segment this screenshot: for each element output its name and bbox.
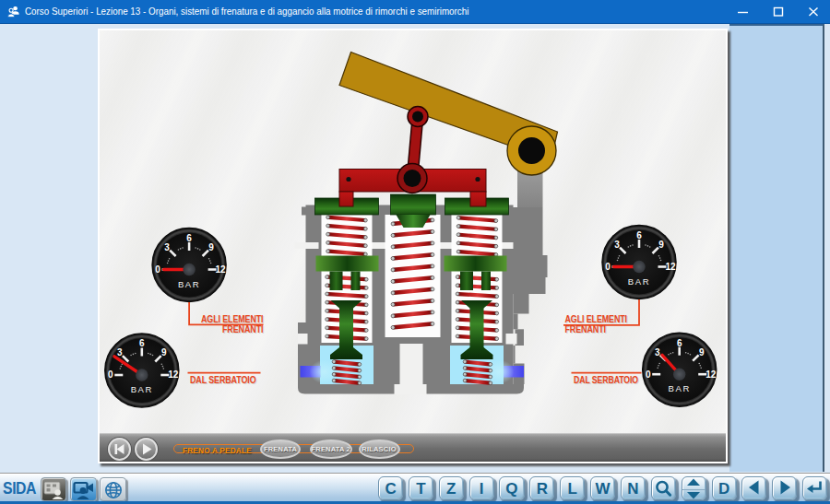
svg-text:0: 0 <box>645 369 650 380</box>
svg-text:9: 9 <box>161 347 167 357</box>
svg-text:BAR: BAR <box>627 276 649 287</box>
svg-text:12: 12 <box>665 262 676 272</box>
svg-text:3: 3 <box>117 347 123 357</box>
svg-text:6: 6 <box>186 233 192 243</box>
svg-text:12: 12 <box>168 369 179 380</box>
svg-text:FRENANTI: FRENANTI <box>564 324 606 334</box>
svg-text:0: 0 <box>108 369 113 380</box>
svg-text:9: 9 <box>208 242 214 252</box>
svg-text:3: 3 <box>164 242 170 252</box>
svg-text:6: 6 <box>139 338 145 348</box>
svg-text:BAR: BAR <box>177 279 199 289</box>
svg-text:12: 12 <box>706 369 717 380</box>
svg-text:DAL SERBATOIO: DAL SERBATOIO <box>190 375 256 385</box>
svg-text:AGLI ELEMENTI: AGLI ELEMENTI <box>201 314 264 324</box>
svg-text:BAR: BAR <box>130 384 152 394</box>
svg-text:0: 0 <box>605 262 611 272</box>
svg-text:12: 12 <box>215 264 226 275</box>
svg-text:DAL SERBATOIO: DAL SERBATOIO <box>574 375 638 385</box>
svg-text:3: 3 <box>654 347 659 357</box>
svg-text:6: 6 <box>676 338 682 348</box>
svg-text:6: 6 <box>636 230 642 240</box>
svg-text:9: 9 <box>698 347 704 357</box>
svg-text:FRENANTI: FRENANTI <box>222 324 264 334</box>
svg-text:AGLI ELEMENTI: AGLI ELEMENTI <box>564 314 627 324</box>
svg-text:3: 3 <box>614 240 620 250</box>
svg-text:0: 0 <box>155 264 160 275</box>
svg-text:BAR: BAR <box>668 383 690 393</box>
svg-text:9: 9 <box>658 240 664 250</box>
